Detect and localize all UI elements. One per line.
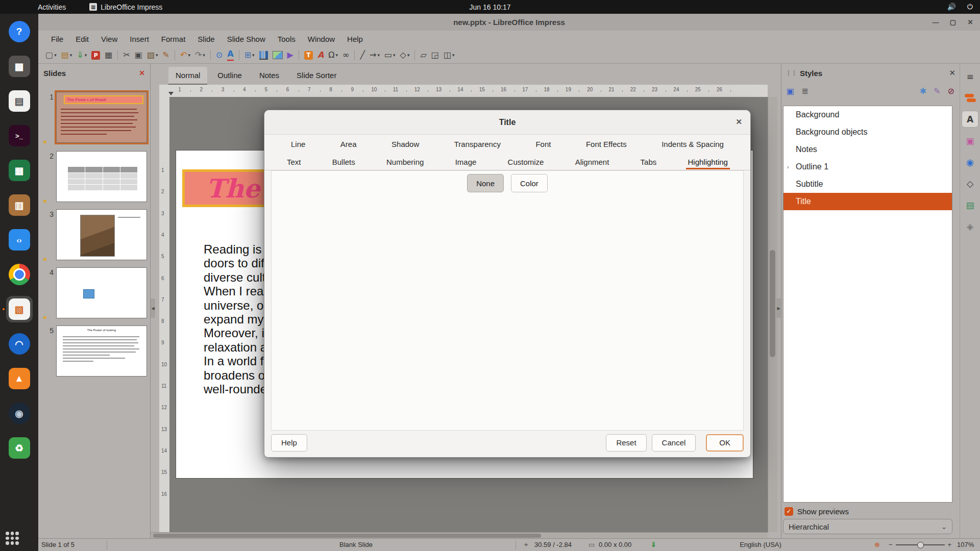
menu-slide[interactable]: Slide xyxy=(192,33,220,45)
insert-media-button[interactable]: ▶ xyxy=(285,48,296,62)
sidebar-tab-sidebar-menu-icon[interactable]: ≡ xyxy=(962,68,978,85)
zoom-slider-knob[interactable] xyxy=(917,542,924,548)
dock-item-terminal[interactable]: >_ xyxy=(6,122,33,149)
sidebar-tab-shapes-icon[interactable]: ◇ xyxy=(962,175,978,192)
slides-panel-close-icon[interactable]: ✕ xyxy=(139,69,145,77)
insert-textbox-button[interactable]: T xyxy=(302,48,315,62)
redo-button[interactable]: ↷▾ xyxy=(193,48,207,62)
new-document-button[interactable]: ▢▾ xyxy=(43,48,59,62)
sidebar-tab-gallery-icon[interactable]: ▣ xyxy=(962,132,978,149)
menu-window[interactable]: Window xyxy=(302,33,340,45)
horizontal-scrollbar-thumb[interactable] xyxy=(153,534,541,538)
dock-item-browser[interactable]: ◠ xyxy=(6,331,33,357)
indent-marker[interactable] xyxy=(168,92,174,95)
close-button[interactable]: ✕ xyxy=(966,18,975,26)
view-tab-outline[interactable]: Outline xyxy=(210,67,249,85)
expander-icon[interactable]: › xyxy=(787,164,789,170)
dialog-tab-indents-spacing[interactable]: Indents & Spacing xyxy=(659,136,726,152)
menu-help[interactable]: Help xyxy=(341,33,369,45)
dock-item-help[interactable]: ? xyxy=(6,18,33,45)
save-button[interactable]: ⇓▾ xyxy=(75,48,89,62)
dialog-tab-font[interactable]: Font xyxy=(533,136,553,152)
styles-panel-close-icon[interactable]: ✕ xyxy=(949,68,955,78)
style-item-background-objects[interactable]: Background objects xyxy=(783,123,952,141)
find-replace-button[interactable]: ⊙ xyxy=(214,48,225,62)
dialog-close-icon[interactable]: ✕ xyxy=(736,117,742,127)
menu-tools[interactable]: Tools xyxy=(272,33,301,45)
menu-insert[interactable]: Insert xyxy=(124,33,155,45)
dialog-tab-shadow[interactable]: Shadow xyxy=(389,136,421,152)
insert-chart-button[interactable] xyxy=(257,48,270,62)
print-button[interactable]: ▦ xyxy=(103,48,114,62)
slide-thumbnail-1[interactable]: The Powe r-of Readi xyxy=(56,92,147,143)
cut-button[interactable]: ✂ xyxy=(121,48,132,62)
hyperlink-button[interactable]: ∞ xyxy=(340,48,351,62)
style-list-mode-dropdown[interactable]: Hierarchical ⌄ xyxy=(783,519,952,534)
right-splitter-handle[interactable]: ▶ xyxy=(776,298,781,318)
menu-view[interactable]: View xyxy=(95,33,123,45)
highlight-color-button[interactable]: Color xyxy=(511,174,548,192)
window-titlebar[interactable]: new.pptx - LibreOffice Impress — ▢ ✕ xyxy=(38,14,980,31)
dialog-tab-image[interactable]: Image xyxy=(453,154,479,169)
dropdown-caret-icon[interactable]: ▾ xyxy=(156,53,158,58)
dialog-titlebar[interactable]: Title ✕ xyxy=(264,110,750,135)
dropdown-caret-icon[interactable]: ▾ xyxy=(70,53,72,58)
dropdown-caret-icon[interactable]: ▾ xyxy=(336,53,338,58)
dropdown-caret-icon[interactable]: ▾ xyxy=(54,53,57,58)
paste-button[interactable]: ▧▾ xyxy=(145,48,160,62)
menu-format[interactable]: Format xyxy=(156,33,191,45)
dock-item-vscode[interactable]: ‹› xyxy=(6,227,33,253)
show-previews-checkbox[interactable]: ✓ xyxy=(785,507,793,516)
export-pdf-button[interactable]: P xyxy=(89,48,102,62)
graphic-styles-icon[interactable]: ≣ xyxy=(801,86,808,96)
dialog-tab-numbering[interactable]: Numbering xyxy=(384,154,426,169)
view-tab-notes[interactable]: Notes xyxy=(252,67,286,85)
dock-item-software-updater[interactable]: ♻ xyxy=(6,435,33,461)
dock-item-libreoffice-start[interactable]: ▤ xyxy=(6,88,33,114)
dropdown-caret-icon[interactable]: ▾ xyxy=(85,53,87,58)
reset-button[interactable]: Reset xyxy=(606,434,646,452)
dialog-tab-alignment[interactable]: Alignment xyxy=(573,154,611,169)
style-item-background[interactable]: Background xyxy=(783,106,952,123)
basic-shapes-button[interactable]: ▭▾ xyxy=(382,48,398,62)
sidebar-tab-styles-icon[interactable]: A xyxy=(962,111,978,128)
dock-item-screenshot-tool[interactable]: ▩ xyxy=(6,53,33,80)
slide-thumbnail-4[interactable] xyxy=(56,267,147,318)
vertical-scrollbar-thumb[interactable] xyxy=(770,250,775,357)
dialog-tab-bullets[interactable]: Bullets xyxy=(330,154,357,169)
special-character-button[interactable]: Ω▾ xyxy=(326,48,340,62)
horizontal-ruler[interactable]: 1234567891011121314151617181920212223242… xyxy=(159,85,768,97)
dropdown-caret-icon[interactable]: ▾ xyxy=(407,53,410,58)
dock-item-steam[interactable]: ◉ xyxy=(6,400,33,427)
volume-icon[interactable]: 🔊 xyxy=(947,3,955,11)
ok-button[interactable]: OK xyxy=(706,434,744,452)
dialog-tab-area[interactable]: Area xyxy=(338,136,359,152)
dropdown-caret-icon[interactable]: ▾ xyxy=(393,53,396,58)
dropdown-caret-icon[interactable]: ▾ xyxy=(252,53,255,58)
slide-layout-button[interactable]: ◫▾ xyxy=(442,48,457,62)
dialog-tab-font-effects[interactable]: Font Effects xyxy=(584,136,629,152)
clock[interactable]: Jun 16 10:17 xyxy=(0,3,980,11)
dialog-tab-text[interactable]: Text xyxy=(285,154,303,169)
fit-slide-icon[interactable]: ⊕ xyxy=(874,541,880,548)
view-tab-slide-sorter[interactable]: Slide Sorter xyxy=(289,67,344,85)
sidebar-tab-master-slides-icon[interactable]: ▤ xyxy=(962,196,978,213)
zoom-out-button[interactable]: − xyxy=(889,541,893,548)
dialog-tab-customize[interactable]: Customize xyxy=(506,154,546,169)
sidebar-tab-properties-icon[interactable] xyxy=(962,89,978,106)
view-tab-normal[interactable]: Normal xyxy=(168,67,207,85)
copy-button[interactable]: ▣ xyxy=(133,48,144,62)
status-zoom-level[interactable]: 107% xyxy=(957,541,974,548)
draw-line-button[interactable]: ╱ xyxy=(358,48,367,62)
symbol-shapes-button[interactable]: ◇▾ xyxy=(398,48,412,62)
dock-item-libreoffice-calc[interactable]: ▦ xyxy=(6,157,33,184)
dock-item-libreoffice-impress[interactable]: ▧ xyxy=(6,296,33,322)
menu-file[interactable]: File xyxy=(45,33,69,45)
zoom-slider-track[interactable] xyxy=(896,544,945,545)
maximize-button[interactable]: ▢ xyxy=(948,18,958,26)
spelling-button[interactable]: A xyxy=(225,48,235,62)
shadow-button[interactable]: ▱ xyxy=(418,48,428,62)
style-item-title[interactable]: Title xyxy=(783,193,952,210)
dock-item-chrome[interactable] xyxy=(6,261,33,288)
dock-item-vlc[interactable]: ▲ xyxy=(6,365,33,392)
